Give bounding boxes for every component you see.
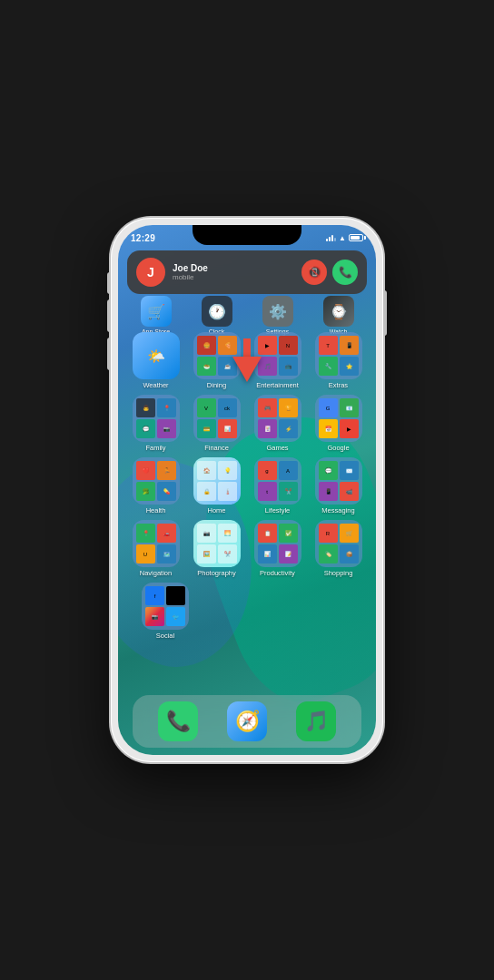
google-icon: G 📧 📅 ▶ xyxy=(315,395,362,442)
notch xyxy=(193,225,301,245)
weather-app[interactable]: 🌤️ Weather xyxy=(129,332,183,389)
entertainment-icon: ▶ N 🎵 📺 xyxy=(254,332,301,379)
messaging-folder[interactable]: 💬 ✉️ 📱 📹 Messaging xyxy=(311,457,366,514)
caller-avatar: J xyxy=(136,258,165,287)
volume-up-button[interactable] xyxy=(107,299,111,332)
clock-item[interactable]: 🕐 Clock xyxy=(202,296,232,335)
games-folder[interactable]: 🎮 🏆 🃏 ⚡ Games xyxy=(251,395,305,452)
lifestyle-icon: g A t ✂️ xyxy=(254,457,301,505)
settings-item[interactable]: ⚙️ Settings xyxy=(262,296,293,335)
power-button[interactable] xyxy=(383,290,387,336)
games-label: Games xyxy=(266,444,288,452)
phone-frame: 12:29 ▲ J Joe Doe mobile 📵 xyxy=(111,218,383,762)
watch-item[interactable]: ⌚ Watch xyxy=(323,296,354,335)
app-row-2: 👨 📍 💬 📷 Family V ck 💳 xyxy=(125,395,369,452)
phone-accept-icon: 📞 xyxy=(339,266,352,279)
shopping-folder[interactable]: R 🛒 🏷️ 📦 Shopping xyxy=(311,520,366,577)
lifestyle-folder[interactable]: g A t ✂️ Lifestyle xyxy=(251,457,305,514)
productivity-folder[interactable]: 📋 ✅ 📊 📝 Productivity xyxy=(251,520,305,577)
phone-dock-icon[interactable]: 📞 xyxy=(158,701,198,741)
battery-icon xyxy=(349,234,363,241)
health-folder[interactable]: ❤️ 🏃 🥦 💊 Health xyxy=(129,457,183,514)
decline-button[interactable]: 📵 xyxy=(301,260,327,285)
app-store-item[interactable]: 🛒 App Store xyxy=(141,296,172,335)
accept-button[interactable]: 📞 xyxy=(332,260,358,285)
app-row-4: 📍 🚗 U 🗺️ Navigation 📷 🌅 🖼️ xyxy=(125,520,369,577)
volume-down-button[interactable] xyxy=(107,338,111,370)
app-row-3: ❤️ 🏃 🥦 💊 Health 🏠 💡 🔒 xyxy=(125,457,369,514)
health-icon: ❤️ 🏃 🥦 💊 xyxy=(133,457,180,505)
dock: 📞 🧭 🎵 xyxy=(133,695,361,748)
productivity-label: Productivity xyxy=(260,569,295,577)
wifi-icon: ▲ xyxy=(339,234,346,242)
dining-label: Dining xyxy=(207,381,226,389)
status-icons: ▲ xyxy=(326,234,363,242)
weather-label: Weather xyxy=(143,381,168,389)
settings-icon: ⚙️ xyxy=(262,296,293,327)
navigation-label: Navigation xyxy=(140,569,172,577)
social-label: Social xyxy=(156,632,174,640)
family-folder[interactable]: 👨 📍 💬 📷 Family xyxy=(129,395,183,452)
shopping-icon: R 🛒 🏷️ 📦 xyxy=(315,520,362,567)
watch-icon: ⌚ xyxy=(323,296,354,327)
social-icon: f Tk 📷 🐦 xyxy=(142,583,189,630)
photography-label: Photography xyxy=(197,569,236,577)
app-store-icon: 🛒 xyxy=(141,296,172,327)
navigation-icon: 📍 🚗 U 🗺️ xyxy=(133,520,180,567)
family-label: Family xyxy=(145,444,165,452)
dining-icon: 🍔 🍕 🥗 ☕ xyxy=(193,332,241,379)
messaging-icon: 💬 ✉️ 📱 📹 xyxy=(315,457,362,505)
status-time: 12:29 xyxy=(131,233,155,243)
home-label: Home xyxy=(207,506,225,514)
battery-fill xyxy=(351,236,360,240)
extras-icon: T 📱 🔧 ⭐ xyxy=(315,332,362,379)
social-folder[interactable]: f Tk 📷 🐦 Social xyxy=(138,583,193,640)
photography-folder[interactable]: 📷 🌅 🖼️ ✂️ Photography xyxy=(190,520,244,577)
family-icon: 👨 📍 💬 📷 xyxy=(133,395,180,442)
call-notification: J Joe Doe mobile 📵 📞 xyxy=(127,250,367,294)
phone-hangup-icon: 📵 xyxy=(308,266,321,279)
safari-dock-icon[interactable]: 🧭 xyxy=(227,701,267,741)
top-app-row: 🛒 App Store 🕐 Clock ⚙️ Settings ⌚ Watch xyxy=(125,296,369,335)
spotify-dock-icon[interactable]: 🎵 xyxy=(296,701,336,741)
clock-icon: 🕐 xyxy=(202,296,232,327)
caller-info: Joe Doe mobile xyxy=(173,263,294,281)
games-icon: 🎮 🏆 🃏 ⚡ xyxy=(254,395,301,442)
extras-label: Extras xyxy=(329,381,348,389)
entertainment-folder[interactable]: ▶ N 🎵 📺 Entertainment xyxy=(251,332,305,389)
entertainment-label: Entertainment xyxy=(256,381,299,389)
productivity-icon: 📋 ✅ 📊 📝 xyxy=(254,520,301,567)
caller-name: Joe Doe xyxy=(173,263,294,273)
app-row-5: f Tk 📷 🐦 Social xyxy=(125,583,369,640)
home-icon: 🏠 💡 🔒 🌡️ xyxy=(193,457,241,505)
signal-icon xyxy=(326,235,336,241)
mute-button[interactable] xyxy=(107,272,111,294)
app-row-1: 🌤️ Weather 🍔 🍕 🥗 ☕ Dining xyxy=(125,332,369,389)
phone-screen: 12:29 ▲ J Joe Doe mobile 📵 xyxy=(118,225,376,755)
health-label: Health xyxy=(146,506,166,514)
lifestyle-label: Lifestyle xyxy=(265,506,291,514)
caller-label: mobile xyxy=(173,273,294,281)
home-folder[interactable]: 🏠 💡 🔒 🌡️ Home xyxy=(190,457,244,514)
google-folder[interactable]: G 📧 📅 ▶ Google xyxy=(311,395,366,452)
navigation-folder[interactable]: 📍 🚗 U 🗺️ Navigation xyxy=(129,520,183,577)
photography-icon: 📷 🌅 🖼️ ✂️ xyxy=(193,520,241,567)
finance-folder[interactable]: V ck 💳 📊 Finance xyxy=(190,395,244,452)
finance-icon: V ck 💳 📊 xyxy=(193,395,241,442)
dining-folder[interactable]: 🍔 🍕 🥗 ☕ Dining xyxy=(190,332,244,389)
google-label: Google xyxy=(327,444,349,452)
weather-icon: 🌤️ xyxy=(133,332,180,379)
messaging-label: Messaging xyxy=(321,506,354,514)
shopping-label: Shopping xyxy=(324,569,353,577)
finance-label: Finance xyxy=(204,444,229,452)
app-grid: 🌤️ Weather 🍔 🍕 🥗 ☕ Dining xyxy=(125,332,369,691)
extras-folder[interactable]: T 📱 🔧 ⭐ Extras xyxy=(311,332,366,389)
call-buttons: 📵 📞 xyxy=(301,260,358,285)
